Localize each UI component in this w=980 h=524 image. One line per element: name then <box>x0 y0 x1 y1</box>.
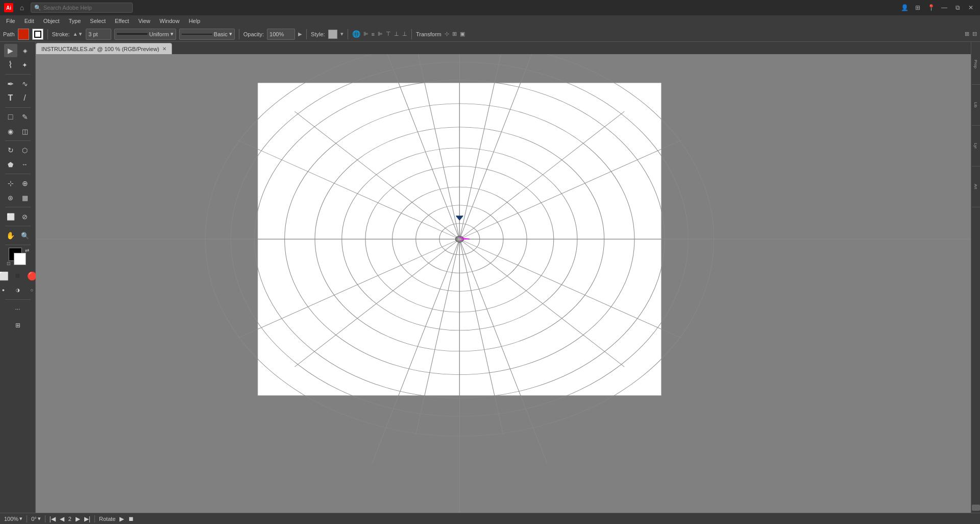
rectangle-tool[interactable]: □ <box>4 110 17 124</box>
transform-icon[interactable]: ⊹ <box>445 31 449 37</box>
opacity-field[interactable]: 100% <box>267 29 295 40</box>
stroke-style-dropdown[interactable]: Uniform ▾ <box>114 29 176 40</box>
envelope-icon[interactable]: ▣ <box>460 31 465 37</box>
document-tab[interactable]: INSTRUCTABLES.ai* @ 100 % (RGB/Preview) … <box>36 43 172 54</box>
gradient-mode-btn[interactable]: ◑ <box>11 283 24 297</box>
scale-tool[interactable]: ⬡ <box>18 144 32 157</box>
menu-effect[interactable]: Effect <box>111 17 133 25</box>
transform-label[interactable]: Transform <box>416 31 442 37</box>
artboards-panel-btn[interactable]: Art <box>972 166 980 207</box>
profile-button[interactable]: 👤 <box>899 3 910 13</box>
stop-button[interactable]: ⏹ <box>128 515 134 522</box>
arrange-icon[interactable]: ⊞ <box>965 31 969 37</box>
type-tool[interactable]: T <box>4 91 17 105</box>
right-scrollbar[interactable] <box>972 505 980 511</box>
restore-button[interactable]: ⧉ <box>952 3 963 13</box>
align-globe-icon[interactable]: 🌐 <box>352 30 360 38</box>
properties-panel-btn[interactable]: Prop <box>972 44 980 85</box>
align-v-top-icon[interactable]: ⊤ <box>386 31 391 37</box>
pen-tool[interactable]: ✒ <box>4 77 17 90</box>
default-colors-icon[interactable]: ⊡ <box>7 261 11 266</box>
blob-tool-group: ◉ ◫ <box>4 125 32 138</box>
menu-view[interactable]: View <box>134 17 155 25</box>
play-button[interactable]: ▶ <box>119 515 124 522</box>
rotation-value: 0° <box>31 516 37 522</box>
libraries-panel-btn[interactable]: Lib <box>972 85 980 126</box>
none-fill[interactable]: ⬜ <box>0 269 10 282</box>
style-swatch[interactable] <box>328 30 337 39</box>
tab-close-button[interactable]: ✕ <box>162 46 166 52</box>
fill-mode-group: ● ◑ ○ <box>0 283 39 297</box>
graph-tool[interactable]: ▦ <box>18 191 32 204</box>
fill-swatch[interactable] <box>18 29 29 40</box>
page-number: 2 <box>68 516 71 522</box>
opacity-arrow[interactable]: ▶ <box>298 31 302 37</box>
options-bar: Path Stroke: ▲▼ 3 pt Uniform ▾ Basic ▾ O… <box>0 27 980 42</box>
menu-window[interactable]: Window <box>156 17 184 25</box>
rotation-dropdown[interactable]: 0° ▾ <box>31 515 41 522</box>
color-mode-btn[interactable]: ● <box>0 283 10 297</box>
tool-separator-5 <box>5 207 31 207</box>
pencil-tool[interactable]: ✎ <box>18 110 32 124</box>
warp-icon[interactable]: ⊞ <box>452 31 457 37</box>
width-tool[interactable]: ↔ <box>18 158 32 171</box>
shaper-tool[interactable]: ⬟ <box>4 158 17 171</box>
symbol-tool[interactable]: ⊛ <box>4 191 17 204</box>
blob-brush-tool[interactable]: ◉ <box>4 125 17 138</box>
zoom-tool[interactable]: 🔍 <box>18 229 32 242</box>
puppet-warp-tool[interactable]: ⊕ <box>18 177 32 190</box>
tab-bar: INSTRUCTABLES.ai* @ 100 % (RGB/Preview) … <box>36 42 980 54</box>
background-color[interactable] <box>14 253 26 265</box>
minimize-button[interactable]: — <box>939 3 949 13</box>
lasso-tool[interactable]: ⌇ <box>4 58 17 72</box>
stroke-profile-label: Basic <box>214 31 228 37</box>
quick-actions-icon[interactable]: ⊟ <box>972 31 977 37</box>
black-fill[interactable]: ■ <box>11 269 24 282</box>
nav-last-button[interactable]: ▶| <box>84 515 90 522</box>
tool-separator-6 <box>5 226 31 226</box>
hand-tool[interactable]: ✋ <box>4 229 17 242</box>
rotate-tool[interactable]: ↻ <box>4 144 17 157</box>
menu-object[interactable]: Object <box>39 17 64 25</box>
free-transform-tool[interactable]: ⊹ <box>4 177 17 190</box>
line-tool[interactable]: / <box>18 91 32 105</box>
close-button[interactable]: ✕ <box>966 3 976 13</box>
location-button[interactable]: 📍 <box>926 3 936 13</box>
curvature-tool[interactable]: ∿ <box>18 77 32 90</box>
more-tools[interactable]: ··· <box>11 302 24 316</box>
nav-prev-button[interactable]: ◀ <box>60 515 64 522</box>
align-h-right-icon[interactable]: ⊫ <box>378 31 383 37</box>
swap-colors-icon[interactable]: ⇄ <box>25 248 29 253</box>
search-bar[interactable]: 🔍 <box>31 3 133 13</box>
stroke-weight-field[interactable]: 3 pt <box>86 29 111 40</box>
menu-edit[interactable]: Edit <box>20 17 38 25</box>
menu-type[interactable]: Type <box>65 17 85 25</box>
menu-select[interactable]: Select <box>86 17 110 25</box>
home-icon[interactable]: ⌂ <box>17 3 27 12</box>
layers-panel-btn[interactable]: Lyr <box>972 126 980 166</box>
zoom-value: 100% <box>4 516 18 522</box>
align-h-center-icon[interactable]: ≡ <box>372 31 375 37</box>
align-h-left-icon[interactable]: ⊫ <box>363 31 369 37</box>
zoom-dropdown[interactable]: 100% ▾ <box>4 515 22 522</box>
sep-5 <box>411 29 412 39</box>
align-v-bottom-icon[interactable]: ⊥ <box>402 31 407 37</box>
nav-first-button[interactable]: |◀ <box>50 515 56 522</box>
layout-button[interactable]: ⊞ <box>913 3 923 13</box>
nav-next-button[interactable]: ▶ <box>76 515 80 522</box>
artboard-tool[interactable]: ⬜ <box>4 210 17 223</box>
stroke-swatch[interactable] <box>32 29 43 40</box>
search-input[interactable] <box>43 5 125 11</box>
eraser-tool[interactable]: ◫ <box>18 125 32 138</box>
selection-tool[interactable]: ▶ <box>4 44 17 57</box>
tool-separator-7 <box>5 245 31 245</box>
panels-expand[interactable]: ⊞ <box>11 319 24 332</box>
menu-file[interactable]: File <box>2 17 19 25</box>
stroke-profile-dropdown[interactable]: Basic ▾ <box>179 29 235 40</box>
stroke-arrows[interactable]: ▲▼ <box>73 31 83 37</box>
align-v-center-icon[interactable]: ⊥ <box>394 31 399 37</box>
menu-help[interactable]: Help <box>185 17 205 25</box>
magic-wand-tool[interactable]: ✦ <box>18 58 32 72</box>
direct-selection-tool[interactable]: ◈ <box>18 44 32 57</box>
slice-tool[interactable]: ⊘ <box>18 210 32 223</box>
